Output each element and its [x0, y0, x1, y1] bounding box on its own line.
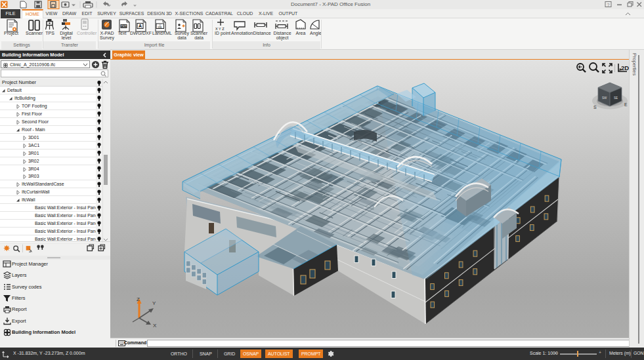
svg-text:X Y Z: X Y Z [215, 27, 225, 31]
svg-text:X: X [153, 323, 157, 329]
svg-text:E: E [624, 102, 628, 107]
svg-text:S: S [593, 105, 597, 110]
svg-text:SE: SE [614, 96, 618, 100]
svg-text:Y: Y [152, 300, 156, 306]
svg-text:2D: 2D [621, 64, 629, 71]
svg-text:TXT: TXT [121, 25, 127, 28]
svg-text:Z: Z [137, 296, 140, 302]
svg-text:?: ? [607, 3, 610, 7]
svg-text:XML: XML [158, 26, 162, 29]
svg-text:SW: SW [602, 96, 607, 100]
svg-text:A: A [139, 24, 142, 28]
